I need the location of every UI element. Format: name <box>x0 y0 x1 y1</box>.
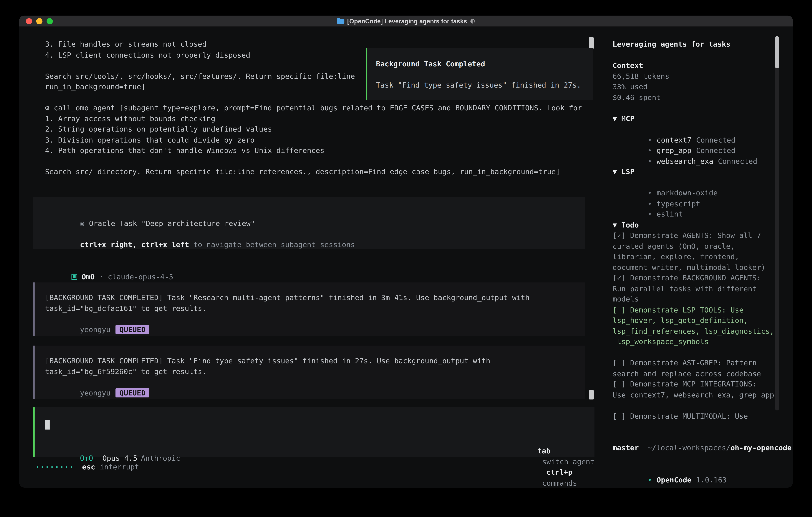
todo-line: [✓] Demonstrate AGENTS: Show all 7 <box>613 230 787 241</box>
app-version-footer: •OpenCode1.0.163 <box>613 464 787 474</box>
bullet-icon: • <box>647 146 652 154</box>
oracle-task-title: Oracle Task "Deep architecture review" <box>89 219 255 227</box>
todo-line: search and replace across codebase <box>613 368 787 379</box>
mcp-status: Connected <box>696 146 735 154</box>
minimize-button[interactable] <box>36 18 42 24</box>
todo-line: Use context7, websearch_exa, grep_app <box>613 389 787 400</box>
workspace-repo: oh-my-opencode: <box>730 444 793 452</box>
todo-line: [✓] Demonstrate BACKGROUND AGENTS: <box>613 272 787 283</box>
terminal-line: 3. File handles or streams not closed <box>45 39 582 49</box>
mcp-name: context7 <box>657 136 692 144</box>
sidebar-scrollbar-thumb[interactable] <box>775 36 779 69</box>
agent-name: OmO <box>82 272 95 280</box>
lsp-name: eslint <box>657 210 683 218</box>
oracle-bullet-icon: ◉ <box>80 219 84 227</box>
todo-line-active: [ ] Demonstrate LSP TOOLS: Use <box>613 304 787 315</box>
bullet-icon: • <box>647 189 652 197</box>
background-task-message: [BACKGROUND TASK COMPLETED] Task "Find t… <box>33 346 585 399</box>
terminal-line: 4. Path operations that don't handle Win… <box>45 145 582 156</box>
commands-key: ctrl+p <box>546 468 573 476</box>
message-author: yeongyu <box>80 325 111 333</box>
mcp-name: websearch_exa <box>657 157 713 165</box>
workspace-path-prefix: ~/local-workspaces/ <box>647 444 730 452</box>
todo-line: [ ] Demonstrate AST-GREP: Pattern <box>613 357 787 368</box>
context-header: Context <box>613 60 787 71</box>
desktop: [OpenCode] Leveraging agents for tasks ◐… <box>0 0 812 517</box>
status-bar-right: tab switch agent ctrl+p commands <box>502 435 594 487</box>
terminal-line: Search src/ directory. Return specific f… <box>45 166 582 177</box>
spinner-dots: ········ <box>35 462 74 472</box>
lsp-name: typescript <box>657 199 700 208</box>
terminal-line: 1. Array access without bounds checking <box>45 113 582 124</box>
lsp-name: markdown-oxide <box>657 189 718 197</box>
bullet-icon: • <box>647 136 652 144</box>
sidebar: Leveraging agents for tasks Context 66,5… <box>613 39 787 474</box>
window-titlebar: [OpenCode] Leveraging agents for tasks ◐ <box>19 16 793 27</box>
mcp-section-header: ▼ MCP <box>613 113 787 124</box>
zoom-button[interactable] <box>47 18 53 24</box>
status-badge: QUEUED <box>116 325 149 334</box>
toast-body: Task "Find type safety issues" finished … <box>376 80 593 90</box>
todo-line-active: lsp_workspace_symbols <box>613 336 787 347</box>
todo-section-header: ▼ Todo <box>613 219 787 230</box>
oracle-hint-keys: ctrl+x right, ctrl+x left <box>80 240 189 248</box>
esc-key: esc <box>82 462 95 472</box>
commands-label: commands <box>542 479 577 487</box>
mcp-item: •context7Connected <box>613 124 787 134</box>
app-version: 1.0.163 <box>696 475 727 484</box>
agent-model: claude-opus-4-5 <box>108 272 173 280</box>
close-button[interactable] <box>26 18 32 24</box>
tab-label: switch agent <box>542 457 594 466</box>
tool-call-line: ⚙ call_omo_agent [subagent_type=explore,… <box>45 103 582 113</box>
oracle-task-panel: ◉Oracle Task "Deep architecture review" … <box>33 197 585 249</box>
text-cursor <box>45 419 50 430</box>
main-scrollbar-thumb-lower[interactable] <box>589 390 594 400</box>
terminal-line <box>45 156 582 166</box>
message-line: task_id="bg_6f59260c" to get results. <box>45 366 585 377</box>
input-model: Opus 4.5 <box>102 454 137 462</box>
todo-line: document-writer, multimodal-looker) <box>613 262 787 272</box>
app-window: [OpenCode] Leveraging agents for tasks ◐… <box>19 16 793 488</box>
todo-line: Run parallel tasks with different <box>613 283 787 294</box>
bullet-icon: • <box>647 157 652 165</box>
agent-session-header: OmO · claude-opus-4-5 <box>45 261 173 271</box>
main-scrollbar-thumb[interactable] <box>589 37 594 49</box>
bullet-icon: • <box>647 475 652 484</box>
bullet-icon: • <box>647 199 652 208</box>
session-title: Leveraging agents for tasks <box>613 39 787 49</box>
background-task-message: [BACKGROUND TASK COMPLETED] Task "Resear… <box>33 282 585 336</box>
tab-key: tab <box>538 447 551 455</box>
status-bar: ········ esc interrupt tab switch agent … <box>35 462 594 472</box>
workspace-path: ~/local-workspaces/oh-my-opencode: <box>613 432 787 442</box>
terminal-line: 2. String operations on potentially unde… <box>45 124 582 134</box>
session-state-icon: ◐ <box>470 18 475 24</box>
traffic-lights <box>26 18 53 24</box>
background-task-toast: Background Task Completed Task "Find typ… <box>366 48 593 100</box>
todo-line-active: lsp_find_references, lsp_diagnostics, <box>613 326 787 336</box>
oracle-hint-text: to navigate between subagent sessions <box>189 240 355 248</box>
agent-icon <box>71 274 77 280</box>
mcp-name: grep_app <box>657 146 692 154</box>
todo-line: librarian, explore, frontend, <box>613 251 787 262</box>
mcp-status: Connected <box>696 136 735 144</box>
context-used: 33% used <box>613 81 787 92</box>
folder-icon <box>337 18 344 24</box>
message-line: [BACKGROUND TASK COMPLETED] Task "Find t… <box>45 355 585 366</box>
todo-line: models <box>613 294 787 304</box>
todo-line: curated agents (OmO, oracle, <box>613 241 787 251</box>
input-provider: Anthropic <box>141 454 180 462</box>
todo-line-active: lsp_hover, lsp_goto_definition, <box>613 315 787 326</box>
app-name: OpenCode <box>657 475 692 484</box>
agent-separator: · <box>95 272 108 280</box>
message-line: [BACKGROUND TASK COMPLETED] Task "Resear… <box>45 292 585 303</box>
mcp-status: Connected <box>718 157 757 165</box>
input-agent-name: OmO <box>80 454 93 462</box>
window-title-group: [OpenCode] Leveraging agents for tasks ◐ <box>337 18 475 25</box>
window-title: [OpenCode] Leveraging agents for tasks <box>347 18 467 25</box>
message-line: task_id="bg_dcfac161" to get results. <box>45 303 585 314</box>
context-spent: $0.46 spent <box>613 92 787 103</box>
bullet-icon: • <box>647 210 652 218</box>
context-tokens: 66,518 tokens <box>613 71 787 81</box>
terminal-line: 3. Division operations that could divide… <box>45 135 582 145</box>
status-badge: QUEUED <box>116 388 149 397</box>
